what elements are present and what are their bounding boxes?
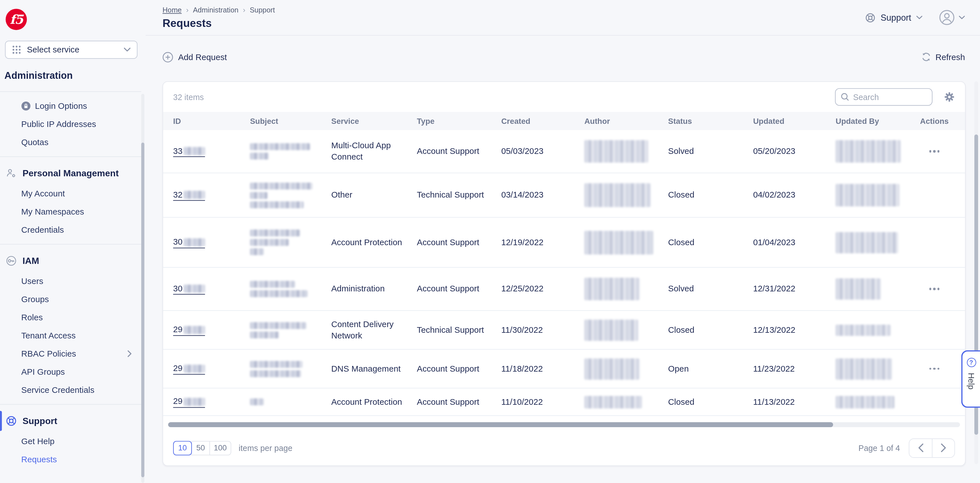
redacted-author — [584, 183, 651, 207]
next-page-button[interactable] — [932, 439, 954, 457]
cell-type: Account Support — [417, 284, 501, 295]
breadcrumb-home-link[interactable]: Home — [162, 6, 182, 14]
table-body: 33Multi-Cloud App ConnectAccount Support… — [163, 130, 965, 416]
sidebar-item-label: My Namespaces — [21, 207, 84, 216]
pagination-bar: 10 50 100 items per page Page 1 of 4 — [163, 430, 965, 465]
sidebar-item-label: Requests — [21, 455, 57, 464]
redacted-updated-by — [835, 140, 900, 163]
page-size-50[interactable]: 50 — [191, 441, 210, 455]
redacted-subject — [250, 201, 304, 208]
request-id-link[interactable]: 32 — [173, 189, 205, 201]
cell-actions — [914, 285, 955, 293]
sidebar-item-roles[interactable]: Roles — [0, 308, 146, 327]
sidebar-item-my-account[interactable]: My Account — [0, 185, 146, 202]
table-row: 29DNS ManagementAccount Support11/18/202… — [163, 349, 965, 388]
request-id-link[interactable]: 33 — [173, 145, 205, 157]
cell-id: 32 — [173, 189, 250, 201]
cell-subject — [250, 180, 331, 210]
cell-actions — [914, 365, 955, 373]
dot — [937, 368, 940, 370]
sidebar-item-tenant-access[interactable]: Tenant Access — [0, 327, 146, 345]
redacted-id — [184, 397, 205, 406]
cell-service: Multi-Cloud App Connect — [331, 140, 417, 163]
items-count: 32 items — [173, 92, 204, 102]
redacted-subject — [250, 248, 264, 255]
sidebar-item-public-ip-addresses[interactable]: Public IP Addresses — [0, 115, 146, 133]
divider — [0, 244, 142, 245]
support-menu[interactable]: Support — [865, 12, 923, 23]
gear-icon — [944, 91, 955, 103]
cell-updated: 04/02/2023 — [753, 190, 835, 201]
breadcrumb-separator: › — [186, 6, 189, 14]
sidebar-item-quotas[interactable]: Quotas — [0, 133, 146, 151]
sidebar-section-iam[interactable]: IAM — [0, 249, 146, 272]
cell-subject — [250, 319, 331, 340]
cell-updated-by — [835, 140, 914, 163]
sidebar-scrollbar-thumb[interactable] — [142, 143, 145, 477]
cell-id: 30 — [173, 236, 250, 248]
help-tab[interactable]: ? Help — [961, 350, 980, 408]
request-id-link[interactable]: 29 — [173, 363, 205, 375]
search-icon — [841, 93, 850, 102]
request-id-link[interactable]: 29 — [173, 324, 205, 336]
column-header-subject: Subject — [250, 117, 331, 126]
cell-updated: 12/13/2022 — [753, 324, 835, 335]
sidebar-item-requests[interactable]: Requests — [0, 450, 146, 469]
cell-created: 03/14/2023 — [501, 190, 584, 201]
row-actions-button[interactable] — [927, 285, 942, 293]
request-id-prefix: 33 — [173, 145, 182, 156]
table-settings-button[interactable] — [944, 91, 955, 103]
sidebar-section-support[interactable]: Support — [0, 410, 146, 432]
search-input[interactable] — [853, 92, 927, 102]
dot — [937, 288, 940, 290]
request-id-link[interactable]: 29 — [173, 396, 205, 408]
redacted-subject — [250, 322, 307, 328]
cell-updated: 01/04/2023 — [753, 237, 835, 248]
table-row: 30Account ProtectionAccount Support12/19… — [163, 218, 965, 268]
redacted-updated-by — [835, 184, 899, 206]
table-row: 33Multi-Cloud App ConnectAccount Support… — [163, 130, 965, 173]
sidebar-item-my-namespaces[interactable]: My Namespaces — [0, 202, 146, 221]
request-id-link[interactable]: 30 — [173, 283, 205, 295]
page-size-100[interactable]: 100 — [209, 441, 231, 455]
page-size-10[interactable]: 10 — [173, 441, 192, 455]
add-request-button[interactable]: Add Request — [162, 52, 227, 62]
person-gear-icon — [6, 167, 17, 179]
request-id-link[interactable]: 30 — [173, 236, 205, 248]
cell-author — [584, 230, 668, 254]
grid-icon — [12, 45, 21, 54]
account-menu[interactable] — [939, 10, 965, 26]
cell-author — [584, 319, 668, 340]
sidebar-item-label: Tenant Access — [21, 331, 76, 340]
sidebar-item-credentials[interactable]: Credentials — [0, 221, 146, 239]
refresh-button[interactable]: Refresh — [921, 52, 965, 62]
sidebar: f5 Select service Administration — [0, 0, 146, 483]
sidebar-item-api-groups[interactable]: API Groups — [0, 363, 146, 381]
dot — [933, 368, 935, 370]
cell-created: 12/25/2022 — [501, 284, 584, 295]
cell-status: Solved — [668, 146, 753, 157]
previous-page-button[interactable] — [910, 439, 932, 457]
active-section-indicator — [0, 411, 2, 431]
cell-type: Account Support — [417, 146, 501, 157]
f5-logo-text: f5 — [10, 12, 23, 27]
select-service-dropdown[interactable]: Select service — [5, 40, 138, 59]
page-size-group: 10 50 100 — [173, 441, 231, 455]
sidebar-item-users[interactable]: Users — [0, 272, 146, 290]
sidebar-item-service-credentials[interactable]: Service Credentials — [0, 381, 146, 399]
f5-logo[interactable]: f5 — [6, 9, 27, 30]
sidebar-item-groups[interactable]: Groups — [0, 290, 146, 308]
sidebar-section-personal-management[interactable]: Personal Management — [0, 162, 146, 185]
sidebar-item-rbac-policies[interactable]: RBAC Policies — [0, 345, 146, 363]
row-actions-button[interactable] — [927, 365, 942, 373]
help-question-icon: ? — [967, 358, 976, 367]
dot — [937, 150, 940, 153]
sidebar-item-login-options[interactable]: Login Options — [0, 97, 146, 115]
cell-type: Technical Support — [417, 190, 501, 201]
cell-status: Closed — [668, 396, 753, 407]
row-actions-button[interactable] — [927, 148, 942, 155]
table-horizontal-scrollbar-thumb[interactable] — [168, 422, 833, 427]
sidebar-item-get-help[interactable]: Get Help — [0, 432, 146, 450]
topbar-right: Support — [865, 10, 965, 26]
column-header-id: ID — [173, 117, 250, 126]
